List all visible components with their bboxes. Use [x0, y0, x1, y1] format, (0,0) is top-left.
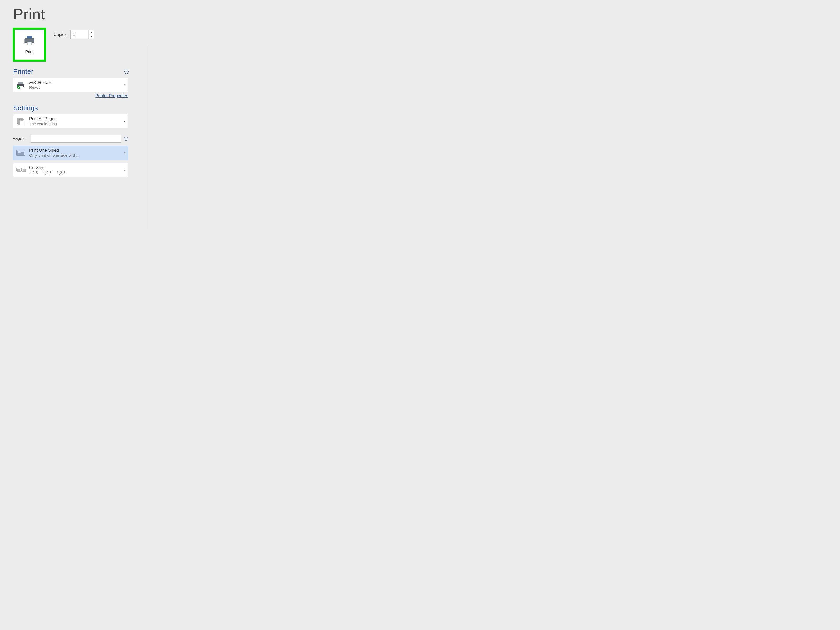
print-button-highlight: Print: [13, 28, 46, 62]
pages-stack-icon: [16, 117, 26, 126]
settings-heading-label: Settings: [13, 104, 38, 112]
pages-label: Pages:: [13, 136, 28, 141]
chevron-down-icon: ▾: [124, 83, 126, 87]
pages-row: Pages: i: [13, 135, 128, 142]
chevron-down-icon: ▾: [124, 169, 126, 172]
sides-title: Print One Sided: [29, 148, 121, 153]
sides-select[interactable]: Print One Sided Only print on one side o…: [13, 146, 128, 160]
printer-heading-label: Printer: [13, 68, 33, 76]
chevron-down-icon: ▾: [124, 151, 126, 155]
printer-icon: [24, 36, 35, 46]
printer-properties-link[interactable]: Printer Properties: [96, 93, 128, 98]
one-sided-icon: [16, 149, 26, 157]
svg-rect-26: [22, 169, 26, 171]
pages-info-icon[interactable]: i: [124, 136, 128, 141]
settings-section-heading: Settings: [13, 104, 129, 112]
copies-group: Copies: ▲ ▼: [54, 28, 95, 39]
copies-step-down[interactable]: ▼: [89, 35, 94, 39]
print-scope-title: Print All Pages: [29, 116, 121, 122]
print-button[interactable]: Print: [15, 30, 44, 60]
svg-rect-12: [19, 120, 24, 125]
svg-rect-24: [17, 169, 21, 171]
svg-rect-18: [17, 151, 20, 153]
print-scope-select[interactable]: Print All Pages The whole thing ▾: [13, 114, 128, 128]
page-title: Print: [13, 5, 315, 23]
svg-rect-3: [27, 42, 32, 45]
copies-label: Copies:: [54, 32, 68, 37]
printer-name: Adobe PDF: [29, 80, 121, 85]
svg-rect-0: [27, 36, 32, 38]
printer-section-heading: Printer i: [13, 68, 129, 76]
printer-info-icon[interactable]: i: [125, 69, 129, 74]
printer-status: Ready: [29, 85, 121, 90]
chevron-down-icon: ▾: [124, 120, 126, 123]
print-scope-desc: The whole thing: [29, 122, 121, 126]
collate-select[interactable]: Collated 1,2,3 1,2,3 1,2,3 ▾: [13, 163, 128, 177]
collate-title: Collated: [29, 165, 121, 171]
copies-input[interactable]: [71, 30, 88, 39]
collate-desc: 1,2,3 1,2,3 1,2,3: [29, 171, 121, 175]
printer-device-icon: [16, 81, 26, 89]
printer-select[interactable]: Adobe PDF Ready ▾: [13, 78, 128, 92]
copies-step-up[interactable]: ▲: [89, 30, 94, 35]
vertical-divider: [148, 45, 148, 229]
copies-stepper[interactable]: ▲ ▼: [70, 30, 95, 39]
print-button-label: Print: [25, 49, 33, 54]
sides-desc: Only print on one side of th...: [29, 153, 121, 158]
svg-rect-7: [18, 82, 24, 84]
collated-icon: [16, 166, 26, 174]
pages-input[interactable]: [31, 135, 121, 142]
